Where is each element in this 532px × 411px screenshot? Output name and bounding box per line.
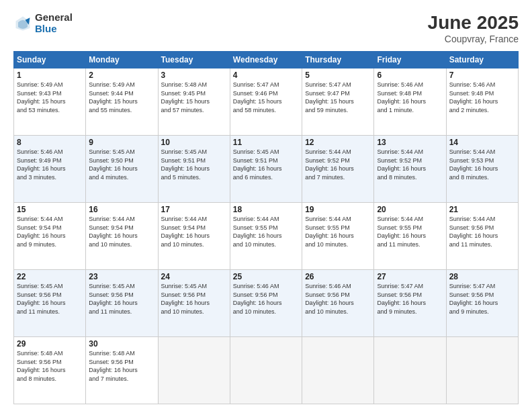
day-number: 18: [233, 205, 299, 214]
calendar-week-5: 29Sunrise: 5:48 AMSunset: 9:56 PMDayligh…: [14, 337, 519, 404]
cell-text: Sunrise: 5:45 AMSunset: 9:50 PMDaylight:…: [89, 148, 154, 181]
calendar-cell: 21Sunrise: 5:44 AMSunset: 9:56 PMDayligh…: [446, 203, 518, 270]
day-header-wednesday: Wednesday: [230, 52, 302, 68]
header: General Blue June 2025 Coupvray, France: [13, 12, 519, 44]
cell-text: Sunrise: 5:46 AMSunset: 9:56 PMDaylight:…: [305, 282, 371, 316]
cell-text: Sunrise: 5:48 AMSunset: 9:45 PMDaylight:…: [161, 81, 227, 114]
day-number: 29: [17, 339, 83, 349]
cell-text: Sunrise: 5:46 AMSunset: 9:49 PMDaylight:…: [17, 148, 83, 181]
cell-text: Sunrise: 5:44 AMSunset: 9:54 PMDaylight:…: [17, 215, 83, 248]
calendar-table: SundayMondayTuesdayWednesdayThursdayFrid…: [13, 51, 519, 404]
cell-text: Sunrise: 5:46 AMSunset: 9:56 PMDaylight:…: [233, 282, 299, 316]
day-number: 15: [17, 205, 83, 214]
day-number: 25: [233, 272, 299, 281]
cell-text: Sunrise: 5:48 AMSunset: 9:56 PMDaylight:…: [89, 349, 154, 383]
day-number: 17: [161, 205, 227, 214]
calendar-cell: 26Sunrise: 5:46 AMSunset: 9:56 PMDayligh…: [302, 270, 374, 337]
location: Coupvray, France: [428, 34, 519, 44]
calendar-cell: 4Sunrise: 5:47 AMSunset: 9:46 PMDaylight…: [230, 68, 302, 136]
calendar-cell: 29Sunrise: 5:48 AMSunset: 9:56 PMDayligh…: [14, 337, 86, 404]
calendar-week-1: 1Sunrise: 5:49 AMSunset: 9:43 PMDaylight…: [14, 68, 519, 136]
calendar-cell: 3Sunrise: 5:48 AMSunset: 9:45 PMDaylight…: [158, 68, 230, 136]
day-number: 13: [377, 138, 443, 147]
page: General Blue June 2025 Coupvray, France …: [0, 0, 532, 411]
cell-text: Sunrise: 5:45 AMSunset: 9:56 PMDaylight:…: [17, 282, 83, 316]
calendar-cell: [374, 337, 446, 404]
cell-text: Sunrise: 5:44 AMSunset: 9:56 PMDaylight:…: [449, 215, 515, 248]
calendar-cell: 9Sunrise: 5:45 AMSunset: 9:50 PMDaylight…: [86, 136, 158, 203]
cell-text: Sunrise: 5:44 AMSunset: 9:53 PMDaylight:…: [449, 148, 515, 181]
calendar-cell: 23Sunrise: 5:45 AMSunset: 9:56 PMDayligh…: [86, 270, 158, 337]
cell-text: Sunrise: 5:44 AMSunset: 9:55 PMDaylight:…: [305, 215, 371, 248]
day-number: 21: [449, 205, 515, 214]
calendar-cell: 25Sunrise: 5:46 AMSunset: 9:56 PMDayligh…: [230, 270, 302, 337]
calendar-cell: 6Sunrise: 5:46 AMSunset: 9:48 PMDaylight…: [374, 68, 446, 136]
cell-text: Sunrise: 5:44 AMSunset: 9:55 PMDaylight:…: [377, 215, 443, 248]
cell-text: Sunrise: 5:49 AMSunset: 9:44 PMDaylight:…: [89, 81, 154, 114]
cell-text: Sunrise: 5:46 AMSunset: 9:48 PMDaylight:…: [449, 81, 515, 114]
calendar-cell: 24Sunrise: 5:45 AMSunset: 9:56 PMDayligh…: [158, 270, 230, 337]
day-number: 5: [305, 71, 371, 80]
day-number: 8: [17, 138, 83, 147]
calendar-cell: 12Sunrise: 5:44 AMSunset: 9:52 PMDayligh…: [302, 136, 374, 203]
day-number: 16: [89, 205, 154, 214]
cell-text: Sunrise: 5:49 AMSunset: 9:43 PMDaylight:…: [17, 81, 83, 114]
day-number: 7: [449, 71, 515, 80]
cell-text: Sunrise: 5:47 AMSunset: 9:47 PMDaylight:…: [305, 81, 371, 114]
day-header-tuesday: Tuesday: [158, 52, 230, 68]
calendar-header-row: SundayMondayTuesdayWednesdayThursdayFrid…: [14, 52, 519, 68]
day-number: 20: [377, 205, 443, 214]
day-number: 6: [377, 71, 443, 80]
day-number: 1: [17, 71, 83, 80]
day-number: 2: [89, 71, 154, 80]
calendar-week-2: 8Sunrise: 5:46 AMSunset: 9:49 PMDaylight…: [14, 136, 519, 203]
calendar-cell: 16Sunrise: 5:44 AMSunset: 9:54 PMDayligh…: [86, 203, 158, 270]
cell-text: Sunrise: 5:47 AMSunset: 9:46 PMDaylight:…: [233, 81, 299, 114]
calendar-cell: 14Sunrise: 5:44 AMSunset: 9:53 PMDayligh…: [446, 136, 518, 203]
calendar-cell: 11Sunrise: 5:45 AMSunset: 9:51 PMDayligh…: [230, 136, 302, 203]
calendar-cell: 30Sunrise: 5:48 AMSunset: 9:56 PMDayligh…: [86, 337, 158, 404]
calendar-cell: 27Sunrise: 5:47 AMSunset: 9:56 PMDayligh…: [374, 270, 446, 337]
month-year: June 2025: [428, 12, 519, 34]
cell-text: Sunrise: 5:47 AMSunset: 9:56 PMDaylight:…: [449, 282, 515, 316]
calendar-cell: 15Sunrise: 5:44 AMSunset: 9:54 PMDayligh…: [14, 203, 86, 270]
logo: General Blue: [13, 12, 73, 34]
cell-text: Sunrise: 5:47 AMSunset: 9:56 PMDaylight:…: [377, 282, 443, 316]
title-block: June 2025 Coupvray, France: [428, 12, 519, 44]
day-header-monday: Monday: [86, 52, 158, 68]
calendar-cell: 1Sunrise: 5:49 AMSunset: 9:43 PMDaylight…: [14, 68, 86, 136]
calendar-cell: 8Sunrise: 5:46 AMSunset: 9:49 PMDaylight…: [14, 136, 86, 203]
calendar-cell: [446, 337, 518, 404]
logo-text: General Blue: [35, 12, 73, 34]
calendar-week-3: 15Sunrise: 5:44 AMSunset: 9:54 PMDayligh…: [14, 203, 519, 270]
day-number: 22: [17, 272, 83, 281]
day-number: 12: [305, 138, 371, 147]
cell-text: Sunrise: 5:44 AMSunset: 9:52 PMDaylight:…: [305, 148, 371, 181]
calendar-cell: 20Sunrise: 5:44 AMSunset: 9:55 PMDayligh…: [374, 203, 446, 270]
cell-text: Sunrise: 5:46 AMSunset: 9:48 PMDaylight:…: [377, 81, 443, 114]
cell-text: Sunrise: 5:45 AMSunset: 9:51 PMDaylight:…: [233, 148, 299, 181]
day-number: 27: [377, 272, 443, 281]
day-number: 19: [305, 205, 371, 214]
day-number: 10: [161, 138, 227, 147]
calendar-week-4: 22Sunrise: 5:45 AMSunset: 9:56 PMDayligh…: [14, 270, 519, 337]
day-number: 26: [305, 272, 371, 281]
day-header-friday: Friday: [374, 52, 446, 68]
cell-text: Sunrise: 5:45 AMSunset: 9:51 PMDaylight:…: [161, 148, 227, 181]
day-header-sunday: Sunday: [14, 52, 86, 68]
calendar-cell: 7Sunrise: 5:46 AMSunset: 9:48 PMDaylight…: [446, 68, 518, 136]
day-number: 24: [161, 272, 227, 281]
day-number: 23: [89, 272, 154, 281]
logo-blue-text: Blue: [35, 24, 73, 35]
calendar-cell: 2Sunrise: 5:49 AMSunset: 9:44 PMDaylight…: [86, 68, 158, 136]
day-number: 3: [161, 71, 227, 80]
cell-text: Sunrise: 5:45 AMSunset: 9:56 PMDaylight:…: [161, 282, 227, 316]
calendar-cell: 13Sunrise: 5:44 AMSunset: 9:52 PMDayligh…: [374, 136, 446, 203]
day-number: 28: [449, 272, 515, 281]
logo-icon: [13, 14, 32, 33]
calendar-cell: 22Sunrise: 5:45 AMSunset: 9:56 PMDayligh…: [14, 270, 86, 337]
day-header-thursday: Thursday: [302, 52, 374, 68]
day-number: 14: [449, 138, 515, 147]
calendar-cell: 17Sunrise: 5:44 AMSunset: 9:54 PMDayligh…: [158, 203, 230, 270]
cell-text: Sunrise: 5:48 AMSunset: 9:56 PMDaylight:…: [17, 349, 83, 383]
